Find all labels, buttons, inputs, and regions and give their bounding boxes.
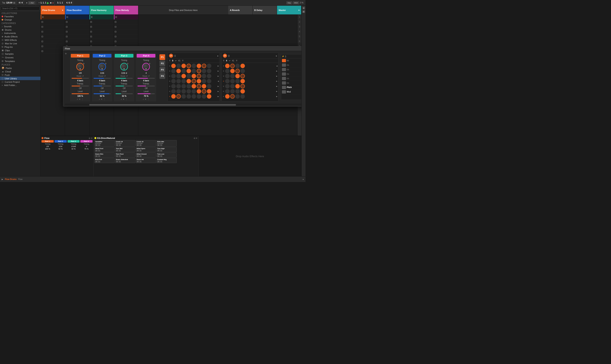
kit-cell-16[interactable]: Snare Sidestick M S bbox=[115, 158, 135, 163]
kit-btn-m-15[interactable]: M bbox=[95, 161, 98, 162]
part-4-level-slider[interactable] bbox=[138, 93, 155, 94]
scene-2[interactable]: 2 bbox=[298, 20, 301, 24]
part-2-reset-btn[interactable]: Reset bbox=[99, 75, 104, 77]
sidebar-item-drums[interactable]: ◉ Drums bbox=[0, 28, 40, 32]
bar-setting[interactable]: 1 Bar bbox=[28, 1, 35, 4]
step-cell-1-1-5[interactable] bbox=[192, 64, 196, 68]
clip-trigger-0-0[interactable]: ▸ bbox=[42, 16, 44, 18]
piano-note-c1-2[interactable]: C1 bbox=[281, 67, 301, 72]
kit-btn-m-16[interactable]: M bbox=[116, 161, 118, 162]
kit-btn-s-13[interactable]: S bbox=[160, 155, 162, 157]
step-cell-1-6-1[interactable] bbox=[171, 89, 176, 93]
sidebar-item-samples[interactable]: ◫ Samples bbox=[0, 52, 40, 55]
kit-btn-s-10[interactable]: S bbox=[98, 155, 100, 157]
step-cell-1-6-8[interactable] bbox=[207, 89, 211, 93]
track-header-flow-drums[interactable]: Flow Drums ▸ bbox=[41, 6, 65, 14]
step-cell-2-4-2[interactable] bbox=[230, 79, 235, 83]
track-header-reverb[interactable]: A Reverb bbox=[228, 6, 253, 14]
step-cell-2-4-4[interactable] bbox=[240, 79, 245, 83]
kit-btn-s-11[interactable]: S bbox=[119, 155, 121, 157]
step-x-1-7[interactable]: × bbox=[169, 95, 171, 98]
step-arrow-2-4[interactable]: ▸ bbox=[276, 80, 277, 83]
bottom-part-hdr-4[interactable]: Part 4 bbox=[80, 140, 92, 143]
part-4-reset-btn[interactable]: Reset bbox=[143, 75, 147, 77]
kit-cell-12[interactable]: Hihat Closed M S bbox=[136, 153, 156, 158]
step-cell-1-1-1[interactable] bbox=[171, 64, 176, 68]
step-cell-2-5-2[interactable] bbox=[230, 84, 235, 89]
bottom-kit-controls[interactable]: ⊖ ✕ bbox=[194, 137, 197, 139]
kit-cell-1[interactable]: Crash 18 DirectNat M S bbox=[115, 140, 135, 147]
clip-slot-0-5[interactable]: □ bbox=[41, 39, 65, 44]
key-btn[interactable]: Key bbox=[286, 1, 292, 4]
sidebar-item-user-library[interactable]: ◻ User Library bbox=[0, 77, 40, 80]
kit-btn-s-17[interactable]: S bbox=[139, 161, 142, 162]
step-cell-2-1-4[interactable] bbox=[240, 64, 245, 68]
part-1-knob[interactable] bbox=[76, 63, 84, 71]
step-x-1-6[interactable]: × bbox=[169, 90, 171, 92]
scene-1[interactable]: 1 bbox=[298, 15, 301, 20]
sidebar-item-clips[interactable]: ▣ Clips bbox=[0, 49, 40, 52]
kit-cell-15[interactable]: Kick Felt M S bbox=[94, 158, 115, 163]
part-4-header[interactable]: Part 4 bbox=[137, 54, 156, 58]
step-cell-1-7-2[interactable] bbox=[176, 94, 181, 99]
scene-6[interactable]: 6 bbox=[298, 39, 301, 44]
step-cell-1-3-4[interactable] bbox=[186, 74, 191, 78]
step-x-1-1[interactable]: × bbox=[169, 65, 171, 67]
step-arrow-2-5[interactable]: ▸ bbox=[276, 85, 277, 88]
step-cell-2-7-4[interactable] bbox=[240, 94, 245, 99]
step-x-2-3[interactable]: × bbox=[222, 75, 224, 77]
kit-cell-7[interactable]: Hihat Open M S bbox=[136, 147, 156, 152]
bottom-flow-controls[interactable]: ⊖ ✕ bbox=[89, 137, 92, 139]
bottom-part-hdr-1[interactable]: Part 1 bbox=[41, 140, 54, 143]
p3-button[interactable]: P3 bbox=[159, 67, 165, 73]
step-cell-1-5-1[interactable] bbox=[171, 84, 176, 89]
clip-slot-2-3[interactable]: □ bbox=[90, 29, 114, 34]
step-x-1-2[interactable]: × bbox=[169, 70, 171, 72]
sidebar-item-orange[interactable]: Orange bbox=[0, 18, 40, 21]
kit-cell-18[interactable]: Cowbell Big M S bbox=[156, 158, 177, 163]
part-2-header[interactable]: Part 2 bbox=[93, 54, 111, 58]
clip-slot-2-4[interactable]: □ bbox=[90, 34, 114, 39]
sidebar-item-plugins[interactable]: ⧉ Plug-Ins bbox=[0, 45, 40, 49]
step-cell-2-7-1[interactable] bbox=[225, 94, 230, 99]
right-btn-2[interactable]: ▤ bbox=[302, 10, 305, 13]
part-4-slider[interactable] bbox=[138, 78, 155, 79]
step-cell-1-5-6[interactable] bbox=[197, 84, 201, 89]
clip-slot-1-1[interactable]: □ bbox=[65, 20, 89, 24]
step-cell-1-2-1[interactable] bbox=[171, 69, 176, 73]
part-2-slider[interactable] bbox=[93, 78, 111, 79]
step-x-2-1[interactable]: × bbox=[222, 65, 224, 67]
step-cell-1-7-5[interactable] bbox=[192, 94, 196, 99]
step-cell-1-5-8[interactable] bbox=[207, 84, 211, 89]
step-cell-2-6-4[interactable] bbox=[240, 89, 245, 93]
step-x-2-4[interactable]: × bbox=[222, 80, 224, 82]
part-2-transp-slider[interactable] bbox=[93, 86, 111, 86]
step-cell-2-1-2[interactable] bbox=[230, 64, 235, 68]
clip-slot-0-3[interactable]: □ bbox=[41, 29, 65, 34]
time-sig[interactable]: 4 / 4 bbox=[19, 2, 23, 4]
clip-slot-2-5[interactable]: □ bbox=[90, 39, 114, 44]
step-cell-1-5-7[interactable] bbox=[202, 84, 206, 89]
step-cell-2-2-2[interactable] bbox=[230, 69, 235, 73]
step-cell-2-6-3[interactable] bbox=[235, 89, 240, 93]
kit-btn-s-15[interactable]: S bbox=[98, 161, 100, 162]
seq-arrow-1[interactable]: ▸ bbox=[217, 55, 219, 57]
step-cell-1-6-4[interactable] bbox=[186, 89, 191, 93]
step-cell-1-1-8[interactable] bbox=[207, 64, 211, 68]
step-cell-1-1-6[interactable] bbox=[197, 64, 201, 68]
clip-slot-0-6[interactable]: □ bbox=[41, 44, 65, 49]
clip-slot-1-0[interactable]: ▸ bbox=[65, 15, 89, 20]
step-cell-1-4-2[interactable] bbox=[176, 79, 181, 83]
step-cell-2-2-3[interactable] bbox=[235, 69, 240, 73]
step-cell-1-5-5[interactable] bbox=[192, 84, 196, 89]
seq-arrow-2[interactable]: ▸ bbox=[276, 55, 277, 57]
kit-btn-m-8[interactable]: M bbox=[157, 150, 160, 152]
step-cell-1-4-3[interactable] bbox=[182, 79, 186, 83]
clip-trigger-3-0[interactable]: ▸ bbox=[115, 16, 117, 18]
step-cell-1-2-7[interactable] bbox=[202, 69, 206, 73]
flow-add-button[interactable]: + bbox=[65, 52, 67, 102]
clip-slot-1-2[interactable]: □ bbox=[65, 24, 89, 29]
step-cell-1-4-7[interactable] bbox=[202, 79, 206, 83]
sidebar-item-add-folder[interactable]: + Add Folder... bbox=[0, 84, 40, 87]
part-3-level-slider[interactable] bbox=[116, 93, 133, 94]
